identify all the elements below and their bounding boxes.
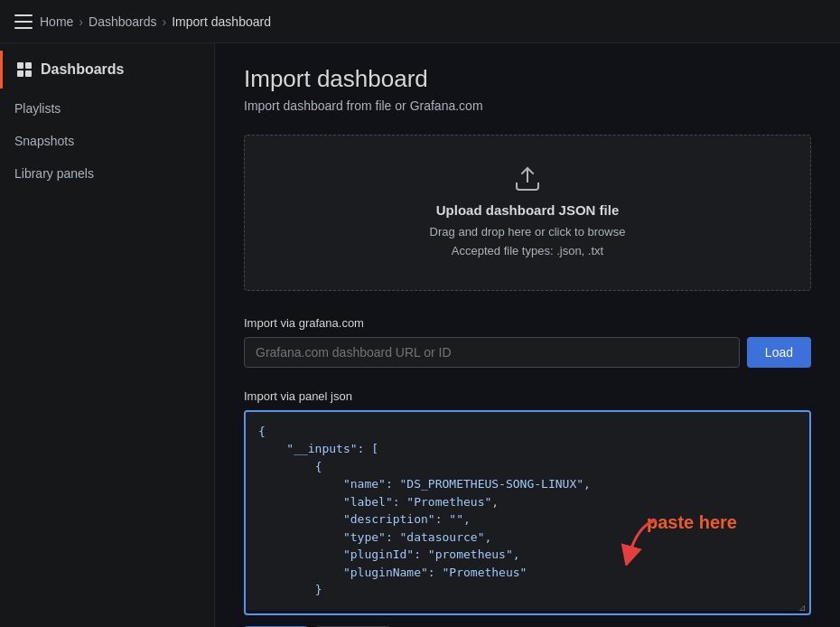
sidebar-item-snapshots[interactable]: Snapshots [0,125,214,157]
breadcrumb-dashboards[interactable]: Dashboards [89,14,157,29]
panel-json-section: Import via panel json { "__inputs": [ { … [244,389,811,627]
resize-handle[interactable]: ⊿ [798,603,807,612]
sidebar-item-library-panels[interactable]: Library panels [0,157,214,190]
grafana-url-input[interactable] [244,337,740,368]
menu-icon[interactable] [14,14,33,29]
sidebar-header[interactable]: Dashboards [0,51,214,89]
grafana-section-label: Import via grafana.com [244,316,811,330]
layout: Dashboards Playlists Snapshots Library p… [0,43,840,627]
main-content: Import dashboard Import dashboard from f… [215,43,840,627]
sidebar-header-label: Dashboards [41,61,124,78]
breadcrumb-home[interactable]: Home [40,14,73,29]
json-textarea-wrapper: { "__inputs": [ { "name": "DS_PROMETHEUS… [244,410,811,615]
grafana-load-button[interactable]: Load [747,337,811,368]
breadcrumb-sep-2: › [163,14,167,29]
panel-json-section-label: Import via panel json [244,389,811,403]
breadcrumb: Home › Dashboards › Import dashboard [40,14,271,29]
upload-area-title: Upload dashboard JSON file [263,202,792,218]
breadcrumb-current: Import dashboard [172,14,271,29]
page-title: Import dashboard [244,65,811,93]
breadcrumb-sep-1: › [79,14,83,29]
dashboards-grid-icon [17,62,32,77]
grafana-section: Import via grafana.com Load [244,316,811,368]
panel-json-textarea[interactable]: { "__inputs": [ { "name": "DS_PROMETHEUS… [246,412,809,611]
sidebar-item-playlists[interactable]: Playlists [0,92,214,125]
upload-area-hint: Drag and drop here or click to browse Ac… [263,223,792,261]
page-subtitle: Import dashboard from file or Grafana.co… [244,98,811,113]
upload-area[interactable]: Upload dashboard JSON file Drag and drop… [244,135,811,291]
grafana-input-row: Load [244,337,811,368]
sidebar: Dashboards Playlists Snapshots Library p… [0,43,215,627]
topbar: Home › Dashboards › Import dashboard [0,0,840,43]
upload-icon [263,164,792,193]
